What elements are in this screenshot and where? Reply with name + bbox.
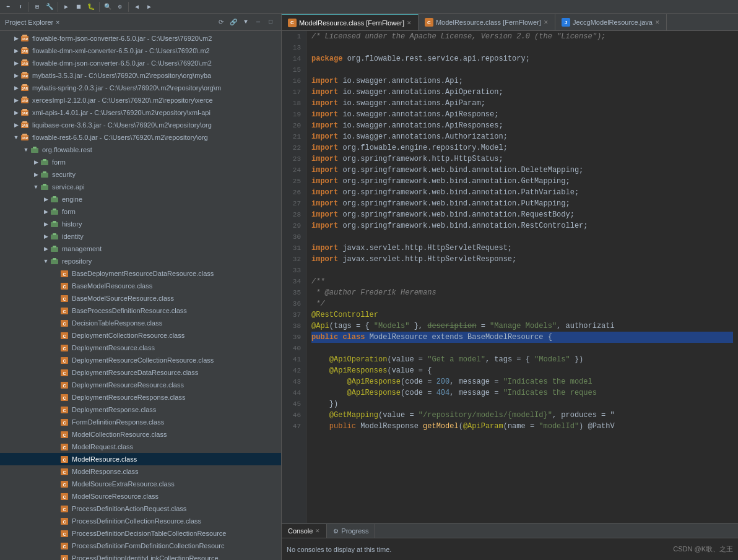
tree-item-cls13[interactable]: ▶ C FormDefinitionResponse.class — [0, 416, 281, 428]
tree-item-cls17[interactable]: ▶ C ModelResponse.class — [0, 465, 281, 478]
tree-arrow-jar5[interactable]: ▶ — [12, 85, 20, 91]
tree-item-cls11[interactable]: ▶ C DeploymentResourceResponse.class — [0, 391, 281, 403]
tree-arrow-jar8[interactable]: ▶ — [12, 122, 20, 128]
tree-arrow-serviceapi[interactable]: ▼ — [32, 184, 40, 190]
tree-item-cls9[interactable]: ▶ C DeploymentResourceDataResource.class — [0, 366, 281, 379]
tree-item-cls12[interactable]: ▶ C DeploymentResponse.class — [0, 403, 281, 416]
tree-item-serviceapi[interactable]: ▼ service.api — [0, 181, 281, 193]
toolbar-icon-2[interactable]: ⬆ — [15, 1, 26, 12]
tree-item-cls2[interactable]: ▶ C BaseModelResource.class — [0, 280, 281, 292]
panel-close-icon[interactable]: ✕ — [56, 19, 59, 26]
tab-modelresource-2[interactable]: C ModelResource.class [FernFlower] ✕ — [419, 14, 555, 30]
tree-item-security[interactable]: ▶ security — [0, 168, 281, 181]
tree-item-cls18[interactable]: ▶ C ModelSourceExtraResource.class — [0, 478, 281, 490]
tree-item-jar9[interactable]: ▼ JAR flowable-rest-6.5.0.jar - C:\Users… — [0, 131, 281, 144]
tree-arrow-history[interactable]: ▶ — [42, 221, 50, 227]
toolbar-nav-back[interactable]: ◀ — [131, 1, 142, 12]
tab-close-1[interactable]: ✕ — [407, 20, 412, 26]
tree-item-jar2[interactable]: ▶ JAR flowable-dmn-xml-converter-6.5.0.j… — [0, 45, 281, 57]
tree-item-jar8[interactable]: ▶ JAR liquibase-core-3.6.3.jar - C:\User… — [0, 119, 281, 131]
tree-arrow-management[interactable]: ▶ — [42, 246, 50, 252]
tree-item-pkg1[interactable]: ▼ org.flowable.rest — [0, 144, 281, 156]
tree-item-form[interactable]: ▶ form — [0, 156, 281, 168]
tree-label: BaseModelResource.class — [72, 282, 281, 290]
toolbar-search-icon[interactable]: 🔍 — [102, 1, 113, 12]
tree-item-jar7[interactable]: ▶ JAR xml-apis-1.4.01.jar - C:\Users\769… — [0, 106, 281, 119]
tree-item-repository[interactable]: ▼ repository — [0, 255, 281, 267]
tree-item-cls15[interactable]: ▶ C ModelRequest.class — [0, 441, 281, 453]
tree-item-cls4[interactable]: ▶ C BaseProcessDefinitionResource.class — [0, 304, 281, 317]
tree-item-engine[interactable]: ▶ engine — [0, 193, 281, 205]
toolbar-icon-1[interactable]: ⬅ — [2, 1, 14, 12]
toolbar-run-icon[interactable]: ▶ — [61, 1, 72, 12]
tree-arrow-jar6[interactable]: ▶ — [12, 97, 20, 103]
toolbar-settings-icon[interactable]: ⚙ — [115, 1, 126, 12]
filter-icon[interactable]: ▼ — [240, 17, 251, 28]
code-line-29: import org.springframework.web.bind.anno… — [311, 220, 733, 231]
tree-item-jar6[interactable]: ▶ JAR xercesImpl-2.12.0.jar - C:\Users\7… — [0, 94, 281, 106]
tab-jeccg[interactable]: J JeccgModelResource.java ✕ — [555, 14, 667, 30]
jar-icon-9: JAR — [20, 132, 30, 142]
tree-arrow-jar1[interactable]: ▶ — [12, 35, 20, 41]
tree-item-cls14[interactable]: ▶ C ModelCollectionResource.class — [0, 428, 281, 441]
tab-console[interactable]: Console ✕ — [282, 524, 327, 538]
tree-arrow-repository[interactable]: ▼ — [42, 258, 50, 264]
tree-item-jar4[interactable]: ▶ JAR mybatis-3.5.3.jar - C:\Users\76920… — [0, 69, 281, 82]
tree-item-form2[interactable]: ▶ form — [0, 205, 281, 218]
code-editor[interactable]: 1 13 14 15 16 17 18 19 20 21 22 23 24 25… — [282, 31, 738, 523]
collapse-all-icon[interactable]: ⟳ — [215, 17, 227, 28]
tree-item-identity[interactable]: ▶ identity — [0, 230, 281, 243]
tree-item-cls5[interactable]: ▶ C DecisionTableResponse.class — [0, 317, 281, 329]
tab-close-3[interactable]: ✕ — [655, 19, 660, 25]
tree-item-cls1[interactable]: ▶ C BaseDeploymentResourceDataResource.c… — [0, 267, 281, 280]
tree-item-cls24[interactable]: ▶ C ProcessDefinitionIdentityLinkCollect… — [0, 552, 281, 560]
tree-item-jar1[interactable]: ▶ JAR flowable-form-json-converter-6.5.0… — [0, 32, 281, 45]
tree-item-history[interactable]: ▶ history — [0, 218, 281, 230]
tree-item-cls7[interactable]: ▶ C DeploymentResource.class — [0, 342, 281, 354]
tree-arrow-form[interactable]: ▶ — [32, 159, 40, 165]
tree-arrow-engine[interactable]: ▶ — [42, 196, 50, 202]
toolbar-icon-3[interactable]: ⊞ — [32, 1, 43, 12]
tree-arrow-security[interactable]: ▶ — [32, 171, 40, 178]
tree-item-cls3[interactable]: ▶ C BaseModelSourceResource.class — [0, 292, 281, 304]
tree-item-cls23[interactable]: ▶ C ProcessDefinitionFormDefinitionColle… — [0, 540, 281, 552]
link-editor-icon[interactable]: 🔗 — [228, 17, 239, 28]
tree-arrow-identity[interactable]: ▶ — [42, 233, 50, 239]
tab-icon-3: J — [562, 18, 570, 27]
tree-item-cls21[interactable]: ▶ C ProcessDefinitionCollectionResource.… — [0, 515, 281, 527]
console-close-icon[interactable]: ✕ — [315, 528, 320, 534]
project-tree[interactable]: ▶ JAR flowable-form-json-converter-6.5.0… — [0, 31, 281, 560]
toolbar-icon-4[interactable]: 🔧 — [44, 1, 55, 12]
tree-item-modelresource[interactable]: ▶ C ModelResource.class — [0, 453, 281, 465]
tree-item-management[interactable]: ▶ management — [0, 243, 281, 255]
tree-arrow-jar9[interactable]: ▼ — [12, 134, 20, 140]
svg-rect-45 — [51, 259, 58, 264]
tree-label: form — [62, 208, 281, 215]
tree-arrow-jar7[interactable]: ▶ — [12, 110, 20, 116]
tree-item-cls22[interactable]: ▶ C ProcessDefinitionDecisionTableCollec… — [0, 527, 281, 540]
tree-item-cls8[interactable]: ▶ C DeploymentResourceCollectionResource… — [0, 354, 281, 366]
tree-arrow-pkg1[interactable]: ▼ — [22, 147, 30, 153]
svg-text:C: C — [63, 285, 66, 289]
tab-close-2[interactable]: ✕ — [544, 19, 549, 25]
code-content[interactable]: /* Licensed under the Apache License, Ve… — [306, 31, 738, 523]
tree-item-jar3[interactable]: ▶ JAR flowable-dmn-json-converter-6.5.0.… — [0, 57, 281, 69]
class-icon-8: C — [59, 355, 69, 365]
tree-item-cls20[interactable]: ▶ C ProcessDefinitionActionRequest.class — [0, 502, 281, 515]
tab-modelresource-1[interactable]: C ModelResource.class [FernFlower] ✕ — [282, 14, 419, 30]
tree-item-jar5[interactable]: ▶ JAR mybatis-spring-2.0.3.jar - C:\User… — [0, 82, 281, 94]
ln-45: 45 — [282, 398, 306, 410]
maximize-icon[interactable]: □ — [265, 17, 276, 28]
tree-item-cls19[interactable]: ▶ C ModelSourceResource.class — [0, 490, 281, 502]
tree-item-cls10[interactable]: ▶ C DeploymentResourceResource.class — [0, 379, 281, 391]
minimize-icon[interactable]: — — [253, 17, 264, 28]
tree-item-cls6[interactable]: ▶ C DeploymentCollectionResource.class — [0, 329, 281, 342]
tree-arrow-jar4[interactable]: ▶ — [12, 72, 20, 79]
toolbar-nav-fwd[interactable]: ▶ — [144, 1, 155, 12]
tree-arrow-form2[interactable]: ▶ — [42, 209, 50, 215]
tree-arrow-jar3[interactable]: ▶ — [12, 60, 20, 66]
toolbar-debug-icon[interactable]: 🐛 — [85, 1, 97, 12]
tree-arrow-jar2[interactable]: ▶ — [12, 48, 20, 54]
tab-progress[interactable]: ⚙ Progress — [327, 524, 375, 538]
toolbar-stop-icon[interactable]: ⏹ — [73, 1, 84, 12]
